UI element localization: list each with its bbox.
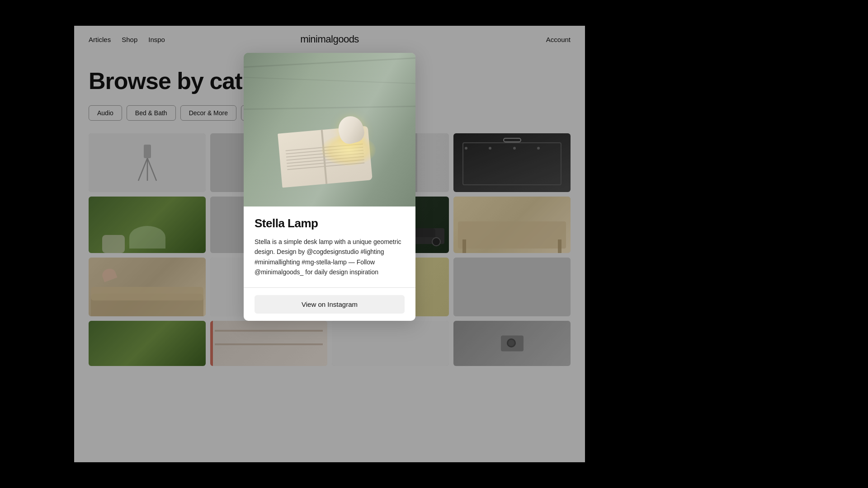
view-instagram-button[interactable]: View on Instagram [255,295,405,314]
modal-overlay[interactable]: Stella Lamp Stella is a simple desk lamp… [74,26,585,462]
modal-title: Stella Lamp [255,216,405,230]
modal-body: Stella Lamp Stella is a simple desk lamp… [244,206,415,277]
site-wrapper: Articles Shop Inspo minimalgoods Account… [74,26,585,462]
modal-image [244,53,415,206]
modal-description: Stella is a simple desk lamp with a uniq… [255,237,405,277]
modal-footer: View on Instagram [244,287,415,321]
modal: Stella Lamp Stella is a simple desk lamp… [244,53,415,321]
